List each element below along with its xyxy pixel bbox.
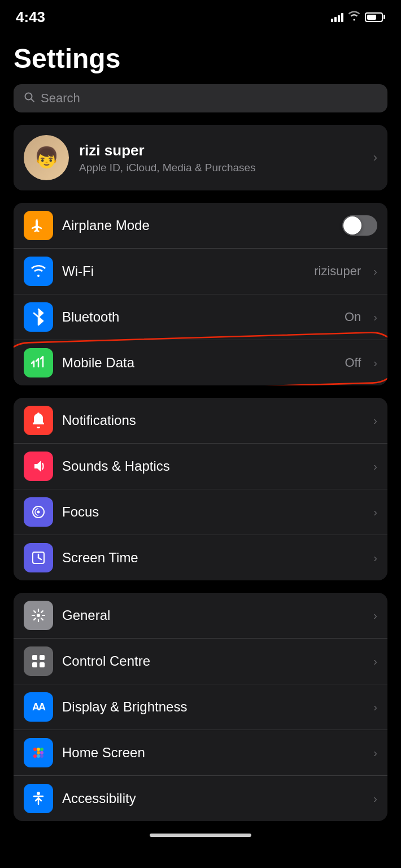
display-icon: AA	[24, 692, 53, 722]
battery-icon	[365, 12, 385, 22]
svg-point-14	[33, 751, 37, 754]
svg-line-5	[38, 558, 41, 559]
signal-icon	[331, 12, 343, 22]
general-group: General › Control Centre › AA Display & …	[14, 593, 387, 821]
bluetooth-icon	[24, 302, 53, 332]
settings-row-airplane-mode[interactable]: Airplane Mode	[14, 203, 387, 249]
bluetooth-chevron: ›	[373, 311, 377, 324]
wifi-label: Wi-Fi	[62, 263, 305, 279]
status-time: 4:43	[16, 8, 45, 26]
notifications-label: Notifications	[62, 413, 361, 428]
svg-point-19	[40, 754, 43, 758]
settings-row-display[interactable]: AA Display & Brightness ›	[14, 684, 387, 730]
profile-chevron: ›	[373, 150, 377, 165]
focus-icon	[24, 497, 53, 527]
wifi-chevron: ›	[373, 265, 377, 278]
screen-time-icon	[24, 543, 53, 572]
home-screen-label: Home Screen	[62, 745, 361, 761]
svg-point-2	[37, 511, 40, 514]
home-screen-chevron: ›	[373, 747, 377, 760]
search-bar[interactable]: Search	[14, 84, 387, 112]
airplane-mode-toggle[interactable]	[342, 215, 377, 236]
svg-point-11	[33, 748, 37, 751]
wifi-value: rizisuper	[314, 264, 361, 279]
avatar: 👦	[24, 135, 69, 180]
settings-row-notifications[interactable]: Notifications ›	[14, 398, 387, 444]
control-centre-chevron: ›	[373, 655, 377, 668]
notifications-group: Notifications › Sounds & Haptics ›	[14, 398, 387, 580]
sounds-label: Sounds & Haptics	[62, 458, 361, 474]
accessibility-chevron: ›	[373, 792, 377, 805]
search-placeholder: Search	[41, 91, 80, 106]
svg-rect-8	[40, 655, 45, 660]
bluetooth-label: Bluetooth	[62, 309, 335, 325]
mobile-data-label: Mobile Data	[62, 355, 335, 371]
general-icon	[24, 601, 53, 630]
settings-row-focus[interactable]: Focus ›	[14, 489, 387, 535]
settings-row-general[interactable]: General ›	[14, 593, 387, 639]
connectivity-group: Airplane Mode Wi-Fi rizisuper ›	[14, 203, 387, 385]
display-chevron: ›	[373, 701, 377, 714]
settings-row-sounds[interactable]: Sounds & Haptics ›	[14, 444, 387, 489]
wifi-status-icon	[348, 11, 360, 24]
status-icons	[331, 11, 385, 24]
mobile-data-icon	[24, 348, 53, 377]
accessibility-icon	[24, 784, 53, 813]
settings-row-accessibility[interactable]: Accessibility ›	[14, 776, 387, 821]
mobile-data-chevron: ›	[373, 357, 377, 370]
page-title: Settings	[14, 43, 387, 74]
settings-row-mobile-data[interactable]: Mobile Data Off ›	[14, 340, 387, 385]
svg-rect-9	[32, 662, 37, 667]
svg-point-15	[37, 751, 40, 754]
focus-label: Focus	[62, 504, 361, 520]
general-label: General	[62, 607, 361, 623]
svg-point-18	[37, 754, 40, 758]
airplane-mode-label: Airplane Mode	[62, 218, 333, 233]
settings-row-home-screen[interactable]: Home Screen ›	[14, 730, 387, 776]
svg-point-20	[37, 792, 40, 795]
screen-time-chevron: ›	[373, 552, 377, 565]
settings-row-bluetooth[interactable]: Bluetooth On ›	[14, 294, 387, 340]
general-chevron: ›	[373, 609, 377, 622]
notifications-chevron: ›	[373, 414, 377, 427]
search-icon	[24, 92, 35, 106]
settings-row-wifi[interactable]: Wi-Fi rizisuper ›	[14, 249, 387, 294]
mobile-data-value: Off	[345, 355, 361, 370]
airplane-mode-icon	[24, 211, 53, 240]
wifi-icon	[24, 257, 53, 286]
sounds-icon	[24, 452, 53, 481]
profile-subtitle: Apple ID, iCloud, Media & Purchases	[79, 162, 363, 174]
accessibility-label: Accessibility	[62, 791, 361, 806]
home-indicator	[150, 834, 251, 837]
bluetooth-value: On	[345, 310, 361, 324]
svg-rect-10	[40, 662, 45, 667]
display-label: Display & Brightness	[62, 699, 361, 715]
svg-point-16	[40, 751, 43, 754]
control-centre-icon	[24, 646, 53, 676]
sounds-chevron: ›	[373, 460, 377, 473]
svg-point-17	[33, 754, 37, 758]
svg-rect-7	[32, 655, 37, 660]
screen-time-label: Screen Time	[62, 550, 361, 566]
focus-chevron: ›	[373, 506, 377, 519]
svg-point-6	[37, 614, 40, 617]
svg-point-12	[37, 748, 40, 751]
svg-point-13	[40, 748, 43, 751]
mobile-data-row-wrapper: Mobile Data Off ›	[14, 340, 387, 385]
settings-row-control-centre[interactable]: Control Centre ›	[14, 639, 387, 684]
status-bar: 4:43	[0, 0, 401, 29]
notifications-icon	[24, 406, 53, 435]
control-centre-label: Control Centre	[62, 653, 361, 669]
home-screen-icon	[24, 738, 53, 767]
svg-line-1	[31, 99, 34, 102]
profile-name: rizi super	[79, 142, 363, 159]
settings-row-screen-time[interactable]: Screen Time ›	[14, 535, 387, 580]
profile-row[interactable]: 👦 rizi super Apple ID, iCloud, Media & P…	[14, 125, 387, 190]
